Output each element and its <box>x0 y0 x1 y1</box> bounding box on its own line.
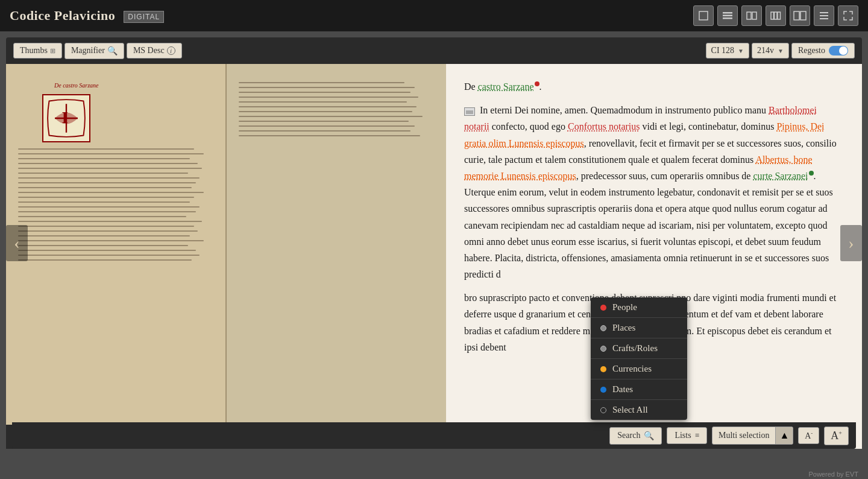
book-view-button[interactable] <box>790 5 810 26</box>
illuminated-letter: I <box>42 94 90 142</box>
multi-selection-container: Multi selection ▲ <box>712 427 793 445</box>
entity-dates-item[interactable]: Dates <box>591 379 687 400</box>
manuscript-right-page <box>227 64 446 449</box>
entity-confortus[interactable]: Confortus notarius <box>568 121 640 132</box>
image-thumbnail-icon <box>464 107 475 116</box>
main-area: Thumbs ⊞ Magnifier 🔍 MS Desc i CI 128 ▼ … <box>0 31 868 479</box>
entity-castro-sarzane[interactable]: castro Sarzane <box>478 81 534 92</box>
entity-currencies-item[interactable]: Currencies <box>591 359 687 379</box>
entity-dropdown: People Places Crafts/Roles Currencies <box>591 297 687 420</box>
dates-dot <box>600 387 606 393</box>
entity-people-item[interactable]: People <box>591 297 687 318</box>
single-page-view-button[interactable] <box>693 5 714 26</box>
ms-desc-button[interactable]: MS Desc i <box>127 43 182 59</box>
info-icon: i <box>167 46 175 55</box>
font-decrease-button[interactable]: A- <box>798 427 819 444</box>
select-all-dot <box>600 407 606 413</box>
manuscript-image: De castro Sarzane I <box>6 64 446 449</box>
chevron-down-icon: ▼ <box>738 48 744 54</box>
digital-badge: DIGITAL <box>124 11 164 23</box>
menu-button[interactable] <box>814 5 834 26</box>
entity-crafts-item[interactable]: Crafts/Roles <box>591 338 687 359</box>
places-dot <box>600 325 606 331</box>
text-paragraph-1: In eterni Dei nomine, amen. Quemadmodum … <box>464 102 844 282</box>
text-panel: De castro Sarzane. In eterni Dei nomine,… <box>446 64 862 449</box>
powered-by-label: Powered by EVT <box>808 471 858 478</box>
chevron-up-icon: ▲ <box>779 430 789 440</box>
svg-rect-0 <box>699 11 708 20</box>
columns-view-button[interactable] <box>741 5 762 26</box>
currencies-dot <box>600 366 606 372</box>
entity-bartholomei[interactable]: Bartholomei notarii <box>464 105 817 132</box>
entity-crafts-label: Crafts/Roles <box>612 343 658 354</box>
panels: De castro Sarzane I <box>6 64 862 449</box>
lists-button[interactable]: Lists ≡ <box>667 427 707 444</box>
entity-curte-sarzanei[interactable]: curte Sarzanei <box>753 171 808 181</box>
entity-dates-label: Dates <box>612 384 633 395</box>
entity-dot-sarzane <box>535 81 539 86</box>
multi-selection-label: Multi selection <box>712 428 775 443</box>
list-view-button[interactable] <box>717 5 738 26</box>
chevron-down-icon: ▼ <box>778 48 784 54</box>
people-dot <box>600 305 606 311</box>
svg-rect-3 <box>723 17 732 19</box>
fullscreen-button[interactable] <box>838 5 858 26</box>
topbar-icons <box>693 5 858 26</box>
next-page-button[interactable]: › <box>840 225 862 261</box>
manuscript-right-text <box>239 82 434 140</box>
svg-rect-2 <box>723 15 732 17</box>
thumbs-button[interactable]: Thumbs ⊞ <box>13 43 62 59</box>
text-heading: De castro Sarzane. <box>464 78 844 95</box>
topbar: Codice Pelavicino DIGITAL <box>0 0 868 31</box>
bottom-bar: Search 🔍 Lists ≡ Multi selection ▲ A- A+ <box>12 422 856 449</box>
page-selector[interactable]: 214v ▼ <box>752 43 789 59</box>
prev-page-button[interactable]: ‹ <box>6 225 28 261</box>
entity-select-all-label: Select All <box>612 405 648 415</box>
entity-select-all-item[interactable]: Select All <box>591 400 687 420</box>
content-wrapper: Thumbs ⊞ Magnifier 🔍 MS Desc i CI 128 ▼ … <box>6 37 862 449</box>
svg-rect-9 <box>794 11 799 20</box>
search-icon: 🔍 <box>644 431 654 441</box>
entity-places-item[interactable]: Places <box>591 318 687 338</box>
search-icon: 🔍 <box>107 46 118 56</box>
search-button[interactable]: Search 🔍 <box>609 427 662 445</box>
manuscript-red-header: De castro Sarzane <box>54 82 99 89</box>
image-panel: De castro Sarzane I <box>6 64 446 449</box>
ci-selector[interactable]: CI 128 ▼ <box>706 43 749 59</box>
svg-rect-8 <box>778 12 781 19</box>
grid-icon: ⊞ <box>50 47 55 55</box>
entity-dot-curte <box>809 171 814 176</box>
multi-selection-dropdown[interactable]: ▲ <box>775 427 793 444</box>
svg-rect-10 <box>800 11 806 20</box>
svg-rect-5 <box>752 12 756 19</box>
crafts-dot <box>600 346 606 352</box>
svg-rect-6 <box>771 12 774 19</box>
three-columns-view-button[interactable] <box>766 5 786 26</box>
regesto-button[interactable]: Regesto <box>791 43 855 59</box>
svg-rect-4 <box>747 12 751 19</box>
manuscript-page: De castro Sarzane I <box>6 64 446 449</box>
manuscript-text-lines <box>18 148 213 264</box>
lists-icon: ≡ <box>695 431 699 440</box>
app-title: Codice Pelavicino DIGITAL <box>10 8 164 24</box>
entity-people-label: People <box>612 302 637 312</box>
entity-pipinus[interactable]: Pipinus, Dei gratia olim Lunensis episco… <box>464 121 825 148</box>
font-increase-button[interactable]: A+ <box>824 427 849 445</box>
magnifier-button[interactable]: Magnifier 🔍 <box>64 43 124 59</box>
svg-rect-1 <box>723 12 732 14</box>
entity-places-label: Places <box>612 323 635 333</box>
regesto-toggle[interactable] <box>829 46 848 56</box>
svg-text:I: I <box>61 109 68 127</box>
manuscript-left-page: De castro Sarzane I <box>6 64 227 449</box>
svg-rect-7 <box>775 12 778 19</box>
toolbar: Thumbs ⊞ Magnifier 🔍 MS Desc i CI 128 ▼ … <box>6 37 862 64</box>
entity-currencies-label: Currencies <box>612 364 652 374</box>
